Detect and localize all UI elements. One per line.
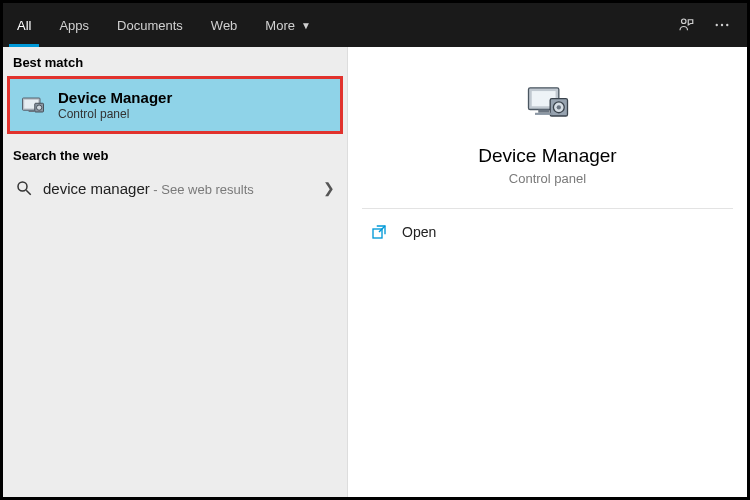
svg-rect-16 (538, 110, 549, 113)
top-icons (661, 3, 747, 47)
svg-point-1 (716, 24, 718, 26)
web-query: device manager (43, 180, 150, 197)
best-match-result[interactable]: Device Manager Control panel (7, 76, 343, 134)
best-match-text: Device Manager Control panel (58, 89, 172, 121)
open-icon (370, 223, 388, 241)
results-panel: Best match Device Manager Control panel … (3, 47, 348, 497)
search-icon (15, 179, 33, 197)
tab-documents[interactable]: Documents (103, 3, 197, 47)
tab-label: More (265, 18, 295, 33)
more-options-icon[interactable] (713, 16, 731, 34)
spacer (325, 3, 661, 47)
svg-point-0 (682, 19, 687, 24)
device-manager-large-icon (520, 75, 576, 131)
tab-web[interactable]: Web (197, 3, 252, 47)
web-hint: - See web results (150, 182, 254, 197)
feedback-icon[interactable] (677, 16, 695, 34)
search-window: All Apps Documents Web More▼ Best match … (0, 0, 750, 500)
open-action[interactable]: Open (348, 209, 747, 255)
preview-header: Device Manager Control panel (348, 47, 747, 208)
tab-label: Web (211, 18, 238, 33)
preview-subtitle: Control panel (509, 171, 586, 186)
web-search-text: device manager - See web results (43, 180, 313, 197)
svg-point-3 (726, 24, 728, 26)
web-search-result[interactable]: device manager - See web results ❯ (3, 169, 347, 207)
tab-all[interactable]: All (3, 3, 45, 47)
preview-title: Device Manager (478, 145, 616, 167)
best-match-header: Best match (3, 47, 347, 76)
svg-rect-17 (535, 113, 552, 115)
svg-point-2 (721, 24, 723, 26)
svg-rect-8 (29, 110, 35, 112)
chevron-right-icon: ❯ (323, 180, 335, 196)
tab-label: Apps (59, 18, 89, 33)
tab-label: Documents (117, 18, 183, 33)
filter-tabs: All Apps Documents Web More▼ (3, 3, 747, 47)
body: Best match Device Manager Control panel … (3, 47, 747, 497)
svg-line-10 (26, 190, 31, 195)
svg-point-15 (556, 105, 560, 109)
chevron-down-icon: ▼ (301, 20, 311, 31)
svg-point-7 (37, 105, 42, 110)
tab-label: All (17, 18, 31, 33)
device-manager-icon (18, 90, 48, 120)
search-web-header: Search the web (3, 140, 347, 169)
result-subtitle: Control panel (58, 107, 172, 121)
svg-point-9 (18, 182, 27, 191)
open-label: Open (402, 224, 436, 240)
result-title: Device Manager (58, 89, 172, 106)
preview-panel: Device Manager Control panel Open (348, 47, 747, 497)
tab-apps[interactable]: Apps (45, 3, 103, 47)
tab-more[interactable]: More▼ (251, 3, 325, 47)
